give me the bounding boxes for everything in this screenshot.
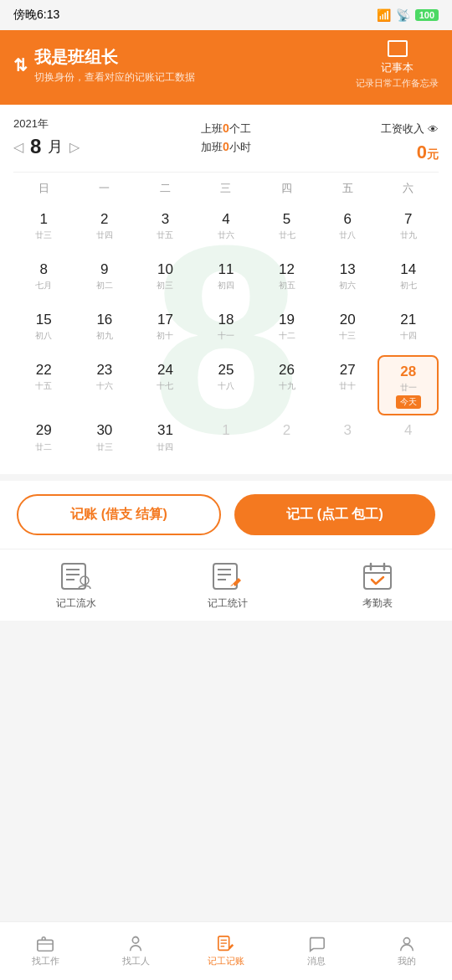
chat-icon	[307, 935, 326, 953]
week-thu: 四	[256, 178, 317, 199]
day-number: 16	[96, 312, 112, 328]
day-number: 2	[283, 422, 290, 439]
calendar-day-23[interactable]: 23十六	[74, 355, 136, 415]
year-label: 2021年	[13, 116, 155, 132]
quick-label-attendance: 考勤表	[362, 596, 393, 611]
lunar-date: 初八	[35, 330, 52, 342]
role-section[interactable]: ⇅ 我是班组长 切换身份，查看对应的记账记工数据	[13, 46, 195, 85]
calendar-day-22[interactable]: 22十五	[13, 355, 74, 415]
quick-item-attendance[interactable]: 考勤表	[359, 560, 396, 611]
calendar-day-3[interactable]: 3廿五	[135, 204, 196, 255]
day-number: 15	[36, 312, 52, 328]
day-number: 31	[157, 422, 173, 439]
week-tue: 二	[135, 178, 196, 199]
calendar-day-15[interactable]: 15初八	[13, 305, 74, 355]
calendar-day-34[interactable]: 3	[317, 415, 378, 466]
calendar-day-24[interactable]: 24十七	[135, 355, 196, 415]
work-days-line: 上班0个工	[155, 121, 296, 137]
svg-point-20	[403, 938, 409, 944]
calendar-day-19[interactable]: 19十二	[256, 305, 317, 355]
ledger-edit-icon	[209, 560, 246, 593]
week-fri: 五	[317, 178, 378, 199]
calendar-day-21[interactable]: 21十四	[378, 305, 439, 355]
overtime-count: 0	[223, 140, 229, 153]
day-number: 1	[222, 422, 229, 439]
nav-item-message[interactable]: 消息	[271, 930, 362, 972]
battery-icon: 100	[415, 9, 439, 21]
calendar-day-28[interactable]: 28廿一今天	[378, 355, 439, 415]
quick-item-stats[interactable]: 记工统计	[208, 560, 248, 611]
calendar-day-13[interactable]: 13初六	[317, 255, 378, 305]
calendar-day-18[interactable]: 18十一	[196, 305, 257, 355]
signal-icon: 📶	[377, 8, 391, 22]
quick-item-flow[interactable]: 记工流水	[56, 560, 96, 611]
calendar-day-30[interactable]: 30廿三	[74, 415, 136, 466]
lunar-date: 廿九	[400, 230, 417, 241]
lunar-date: 廿三	[96, 441, 113, 453]
day-number: 26	[279, 362, 295, 379]
lunar-date: 廿八	[339, 230, 356, 241]
calendar-day-16[interactable]: 16初九	[74, 305, 136, 355]
svg-rect-0	[62, 564, 85, 589]
calendar-day-12[interactable]: 12初五	[256, 255, 317, 305]
prev-month-button[interactable]: ◁	[13, 139, 23, 155]
calendar-day-20[interactable]: 20十三	[317, 305, 378, 355]
day-number: 21	[400, 312, 416, 328]
month-nav: ◁ 8 月 ▷	[13, 135, 155, 158]
salary-amount: 0元	[297, 142, 439, 163]
calendar-day-5[interactable]: 5廿七	[256, 204, 317, 255]
day-number: 19	[279, 312, 295, 328]
calendar-day-32[interactable]: 1	[196, 415, 257, 466]
lunar-date: 廿三	[35, 230, 52, 241]
calendar-day-31[interactable]: 31廿四	[135, 415, 196, 466]
calendar-section: 日 一 二 三 四 五 六 8 1廿三2廿四3廿五4廿六5廿七6廿八7廿九8七月…	[0, 172, 452, 474]
calendar-day-29[interactable]: 29廿二	[13, 415, 74, 466]
calendar-day-6[interactable]: 6廿八	[317, 204, 378, 255]
calendar-day-7[interactable]: 7廿九	[378, 204, 439, 255]
day-number: 4	[222, 211, 229, 228]
week-wed: 三	[196, 178, 257, 199]
notebook-section[interactable]: 记事本 记录日常工作备忘录	[356, 40, 439, 90]
day-number: 6	[343, 211, 351, 228]
pencil-ledger-icon	[217, 935, 235, 953]
day-number: 8	[40, 261, 48, 278]
calendar-day-14[interactable]: 14初七	[378, 255, 439, 305]
nav-item-mine[interactable]: 我的	[362, 930, 452, 972]
overtime-line: 加班0小时	[155, 140, 296, 155]
today-badge: 今天	[396, 395, 421, 409]
lunar-date: 廿四	[157, 441, 173, 453]
lunar-date: 廿十	[339, 380, 356, 392]
day-number: 3	[343, 422, 351, 439]
calendar-day-9[interactable]: 9初二	[74, 255, 136, 305]
next-month-button[interactable]: ▷	[69, 139, 80, 155]
calendar-day-26[interactable]: 26十九	[256, 355, 317, 415]
account-button[interactable]: 记账 (借支 结算)	[17, 494, 221, 535]
calendar-day-10[interactable]: 10初三	[135, 255, 196, 305]
lunar-date: 初十	[157, 330, 173, 342]
nav-item-find-work[interactable]: 找工作	[0, 930, 90, 972]
lunar-date: 初五	[279, 280, 295, 291]
calendar-day-4[interactable]: 4廿六	[196, 204, 257, 255]
calendar-day-11[interactable]: 11初四	[196, 255, 257, 305]
day-number: 20	[340, 312, 356, 328]
calendar-day-33[interactable]: 2	[256, 415, 317, 466]
nav-item-find-worker[interactable]: 找工人	[90, 930, 181, 972]
calendar-day-2[interactable]: 2廿四	[74, 204, 136, 255]
day-number: 30	[96, 422, 112, 439]
calendar-day-25[interactable]: 25十八	[196, 355, 257, 415]
notebook-sub: 记录日常工作备忘录	[356, 77, 439, 90]
month-suffix: 月	[48, 137, 63, 157]
day-number: 25	[218, 362, 234, 379]
calendar-day-27[interactable]: 27廿十	[317, 355, 378, 415]
day-number: 5	[283, 211, 290, 228]
calendar-check-icon	[359, 560, 396, 593]
work-days-count: 0	[223, 121, 229, 135]
calendar-day-8[interactable]: 8七月	[13, 255, 74, 305]
calendar-day-35[interactable]: 4	[378, 415, 439, 466]
work-button[interactable]: 记工 (点工 包工)	[234, 494, 435, 535]
calendar-day-1[interactable]: 1廿三	[13, 204, 74, 255]
nav-item-record[interactable]: 记工记账	[181, 930, 271, 972]
calendar-week-headers: 日 一 二 三 四 五 六	[13, 172, 439, 204]
calendar-day-17[interactable]: 17初十	[135, 305, 196, 355]
eye-icon[interactable]: 👁	[428, 123, 439, 136]
